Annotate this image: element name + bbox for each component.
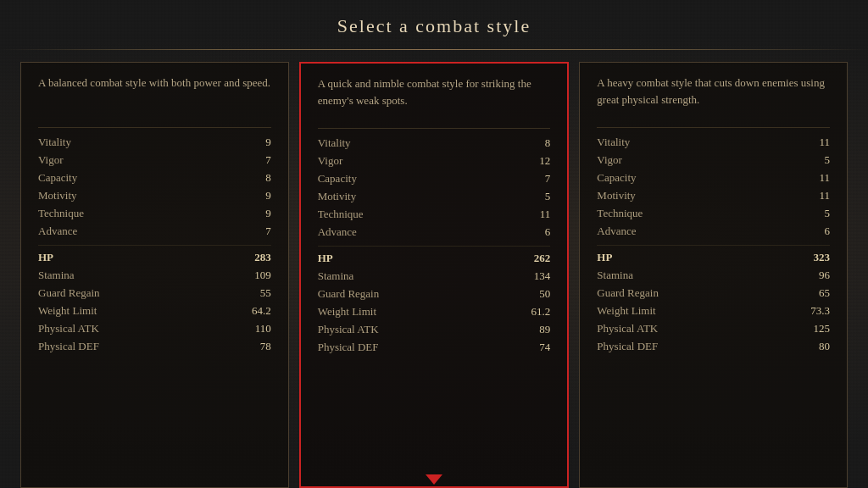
stat-label-stamina: Stamina: [597, 269, 633, 282]
stat-label-weight-limit: Weight Limit: [38, 304, 97, 318]
stat-value-advance: 6: [545, 225, 551, 239]
stat-row-vigor: Vigor 7: [38, 151, 271, 169]
card-heavy-stats: Vitality 11 Vigor 5 Capacity 11 Motivity…: [597, 127, 830, 356]
stat-label-technique: Technique: [38, 207, 84, 220]
page-title: Select a combat style: [0, 0, 868, 49]
stat-value-weight-limit: 64.2: [252, 304, 271, 318]
stat-label-capacity: Capacity: [597, 171, 636, 185]
stat-label-physical-def: Physical DEF: [38, 340, 99, 353]
stat-value-vitality: 8: [545, 136, 551, 150]
stat-label-motivity: Motivity: [318, 190, 357, 203]
stat-label-capacity: Capacity: [318, 172, 357, 186]
stat-row-capacity: Capacity 8: [38, 169, 271, 186]
stat-label-motivity: Motivity: [597, 189, 636, 202]
stat-row-advance: Advance 6: [318, 223, 551, 241]
stat-row-capacity: Capacity 7: [318, 169, 551, 187]
stat-label-hp: HP: [38, 251, 53, 264]
card-nimble-stats: Vitality 8 Vigor 12 Capacity 7 Motivity …: [318, 128, 551, 357]
stat-value-motivity: 9: [265, 189, 271, 202]
stat-value-advance: 6: [825, 225, 831, 238]
stat-label-physical-atk: Physical ATK: [597, 322, 658, 336]
card-balanced-description: A balanced combat style with both power …: [38, 75, 271, 119]
stat-label-technique: Technique: [318, 208, 364, 221]
stat-value-capacity: 8: [265, 171, 271, 185]
stat-row-advance: Advance 6: [597, 222, 830, 240]
stat-row-physical-def: Physical DEF 74: [318, 339, 551, 357]
stat-value-hp: 262: [534, 252, 551, 265]
stat-row-weight-limit: Weight Limit 61.2: [318, 303, 551, 321]
title-divider: [0, 49, 868, 50]
stat-value-weight-limit: 73.3: [810, 304, 830, 318]
stat-label-motivity: Motivity: [38, 189, 77, 202]
stat-row-weight-limit: Weight Limit 73.3: [597, 302, 830, 320]
stat-row-vigor: Vigor 12: [318, 152, 551, 169]
stat-row-motivity: Motivity 5: [318, 187, 551, 205]
stat-value-physical-def: 80: [819, 340, 830, 353]
stat-row-capacity: Capacity 11: [597, 169, 830, 186]
stat-label-advance: Advance: [318, 225, 357, 239]
card-heavy-description: A heavy combat style that cuts down enem…: [597, 75, 830, 119]
stat-value-vigor: 5: [825, 153, 831, 167]
stat-label-hp: HP: [318, 252, 333, 265]
stat-row-physical-def: Physical DEF 78: [38, 338, 271, 356]
stat-row-stamina: Stamina 134: [318, 268, 551, 286]
stat-value-guard-regain: 65: [819, 286, 830, 300]
stat-label-hp: HP: [597, 251, 612, 264]
stat-label-capacity: Capacity: [38, 171, 77, 185]
stat-value-vitality: 11: [819, 136, 830, 149]
stat-row-hp: HP 283: [38, 245, 271, 267]
stat-row-motivity: Motivity 9: [38, 186, 271, 204]
stat-value-technique: 5: [825, 207, 831, 220]
stat-row-stamina: Stamina 96: [597, 267, 830, 285]
stat-value-guard-regain: 55: [260, 286, 271, 300]
stat-row-guard-regain: Guard Regain 50: [318, 286, 551, 303]
stat-value-motivity: 11: [819, 189, 830, 202]
stat-label-guard-regain: Guard Regain: [38, 286, 100, 300]
stat-value-physical-def: 74: [539, 341, 550, 354]
stat-label-advance: Advance: [597, 225, 636, 238]
stat-row-vigor: Vigor 5: [597, 151, 830, 169]
stat-value-hp: 323: [814, 251, 831, 264]
stat-row-motivity: Motivity 11: [597, 186, 830, 204]
page-wrapper: Select a combat style A balanced combat …: [0, 0, 868, 488]
stat-label-physical-atk: Physical ATK: [318, 323, 379, 336]
stat-row-hp: HP 262: [318, 246, 551, 268]
stat-row-vitality: Vitality 8: [318, 134, 551, 152]
stat-row-vitality: Vitality 11: [597, 133, 830, 151]
card-nimble[interactable]: A quick and nimble combat style for stri…: [299, 62, 570, 488]
stat-row-stamina: Stamina 109: [38, 267, 271, 285]
stat-value-technique: 9: [265, 207, 271, 220]
stat-row-physical-atk: Physical ATK 110: [38, 320, 271, 338]
selected-indicator: [426, 474, 442, 485]
stat-label-vitality: Vitality: [38, 136, 71, 149]
card-nimble-description: A quick and nimble combat style for stri…: [318, 75, 551, 119]
stat-row-guard-regain: Guard Regain 55: [38, 285, 271, 302]
stat-label-vigor: Vigor: [597, 153, 622, 167]
stat-value-physical-atk: 110: [255, 322, 271, 336]
stat-label-technique: Technique: [597, 207, 643, 220]
stat-row-technique: Technique 5: [597, 204, 830, 222]
stat-value-stamina: 109: [254, 269, 271, 282]
card-balanced-stats: Vitality 9 Vigor 7 Capacity 8 Motivity 9…: [38, 127, 271, 356]
stat-value-vigor: 7: [265, 153, 271, 167]
stat-row-hp: HP 323: [597, 245, 830, 267]
stat-value-physical-atk: 89: [539, 323, 550, 336]
stat-row-physical-atk: Physical ATK 89: [318, 321, 551, 339]
stat-row-advance: Advance 7: [38, 222, 271, 240]
stat-label-vitality: Vitality: [597, 136, 630, 149]
stat-label-physical-def: Physical DEF: [318, 341, 379, 354]
stat-value-capacity: 7: [545, 172, 551, 186]
stat-value-stamina: 96: [819, 269, 830, 282]
card-heavy[interactable]: A heavy combat style that cuts down enem…: [579, 62, 848, 488]
stat-row-technique: Technique 11: [318, 205, 551, 223]
stat-label-physical-atk: Physical ATK: [38, 322, 99, 336]
stat-label-stamina: Stamina: [318, 269, 354, 283]
stat-label-stamina: Stamina: [38, 269, 75, 282]
stat-row-physical-def: Physical DEF 80: [597, 338, 830, 356]
stat-row-vitality: Vitality 9: [38, 133, 271, 151]
stat-row-guard-regain: Guard Regain 65: [597, 285, 830, 302]
stat-label-physical-def: Physical DEF: [597, 340, 658, 353]
card-balanced[interactable]: A balanced combat style with both power …: [20, 62, 289, 488]
stat-label-weight-limit: Weight Limit: [318, 305, 376, 319]
stat-value-stamina: 134: [534, 269, 551, 283]
